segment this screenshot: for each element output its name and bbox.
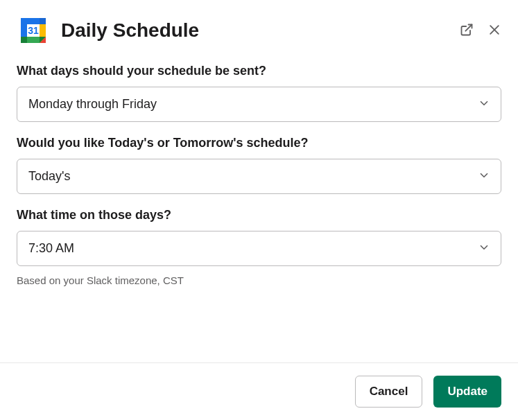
time-select[interactable]: 7:30 AM	[17, 231, 501, 266]
time-hint: Based on your Slack timezone, CST	[17, 274, 501, 286]
open-external-button[interactable]	[460, 23, 474, 39]
close-icon	[487, 23, 501, 39]
svg-line-11	[465, 24, 472, 30]
google-calendar-icon: 31	[17, 14, 50, 47]
update-button[interactable]: Update	[433, 376, 501, 408]
time-select-wrapper: 7:30 AM	[17, 231, 501, 266]
cancel-button[interactable]: Cancel	[355, 376, 423, 408]
which-schedule-label: Would you like Today's or Tomorrow's sch…	[17, 136, 501, 150]
days-select[interactable]: Monday through Friday	[17, 87, 501, 122]
svg-rect-7	[40, 18, 46, 24]
modal-footer: Cancel Update	[0, 362, 518, 420]
svg-rect-8	[21, 37, 27, 43]
modal-title: Daily Schedule	[61, 19, 460, 42]
which-schedule-select[interactable]: Today's	[17, 159, 501, 194]
form-group-time: What time on those days? 7:30 AM Based o…	[17, 208, 501, 286]
external-link-icon	[460, 23, 474, 39]
which-schedule-select-wrapper: Today's	[17, 159, 501, 194]
svg-text:31: 31	[28, 25, 39, 36]
modal-header: 31 Daily Schedule	[0, 0, 518, 58]
time-label: What time on those days?	[17, 208, 501, 222]
header-actions	[460, 23, 501, 39]
form-group-days: What days should your schedule be sent? …	[17, 64, 501, 122]
modal-body: What days should your schedule be sent? …	[0, 58, 518, 362]
form-group-which-schedule: Would you like Today's or Tomorrow's sch…	[17, 136, 501, 194]
close-button[interactable]	[487, 23, 501, 39]
days-label: What days should your schedule be sent?	[17, 64, 501, 78]
days-select-wrapper: Monday through Friday	[17, 87, 501, 122]
